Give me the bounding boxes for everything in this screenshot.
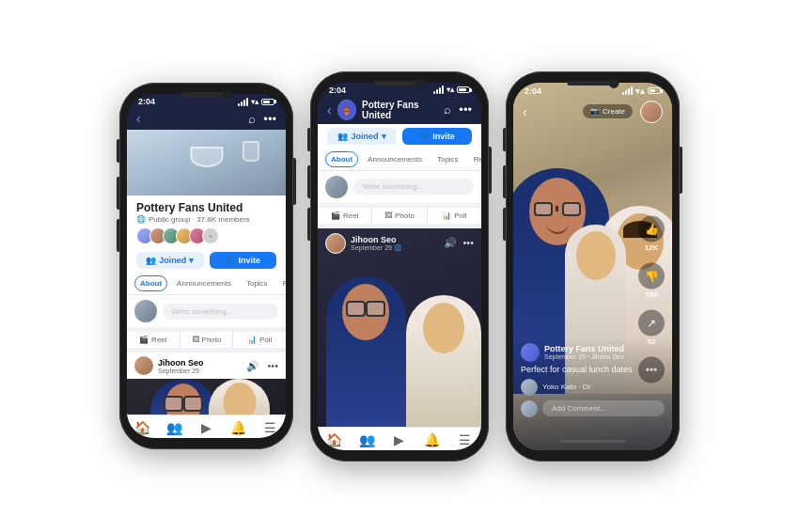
volume-down-button-2	[307, 208, 310, 241]
invite-button-1[interactable]: 👤 Invite	[210, 252, 277, 269]
post-avatar-2	[325, 233, 346, 254]
poll-button-2[interactable]: 📊 Poll	[428, 208, 481, 224]
search-icon-1[interactable]: ⌕	[248, 112, 256, 126]
search-icon-2[interactable]: ⌕	[444, 102, 451, 117]
nav-groups-1[interactable]: 👥	[159, 420, 191, 435]
reels-face-3	[576, 231, 616, 280]
poll-icon: 📊	[247, 336, 257, 344]
more-icon-1[interactable]: •••	[263, 112, 276, 126]
like-count: 12K	[645, 243, 659, 252]
more-members-avatar: +	[202, 227, 219, 244]
chevron-icon-2: ▾	[382, 132, 386, 141]
photo-icon-2: 🖼	[384, 211, 392, 220]
status-icons-3: ▾▴	[622, 86, 661, 96]
reel-button-1[interactable]: 🎬 Reel	[127, 332, 180, 348]
joined-button-2[interactable]: 👥 Joined ▾	[327, 128, 397, 145]
power-button	[293, 158, 296, 205]
reel-icon-2: 🎬	[331, 211, 340, 220]
reels-glasses	[534, 202, 581, 217]
bottom-nav-2: 🏠 👥 ▶ 🔔 ☰	[318, 427, 481, 450]
nav-home-2[interactable]: 🏠	[318, 432, 351, 447]
tab-announcements-1[interactable]: Announcements	[171, 275, 237, 291]
power-button-2	[489, 147, 492, 194]
phone-2: 2:04 ▾▴ ‹	[310, 71, 489, 462]
dislike-icon: 👎	[638, 263, 665, 289]
photo-icon: 🖼	[192, 336, 199, 344]
photo-button-1[interactable]: 🖼 Photo	[180, 332, 234, 348]
nav-bell-1[interactable]: 🔔	[222, 420, 254, 435]
power-button-3	[680, 147, 682, 194]
joined-button-1[interactable]: 👥 Joined ▾	[136, 252, 204, 269]
share-icon: ↗	[638, 310, 665, 336]
time-1: 2:04	[138, 97, 155, 106]
glasses-1	[346, 301, 385, 314]
globe-icon-1: 🌐	[136, 215, 146, 224]
volume-down-button-3	[503, 208, 506, 241]
poll-button-1[interactable]: 📊 Poll	[233, 332, 286, 348]
volume-up-button-3	[503, 165, 506, 198]
people-icon-2: 👥	[337, 132, 348, 141]
nav-menu-2[interactable]: ☰	[448, 432, 481, 447]
feed-preview-1: Jihoon Seo September 29 🔊 •••	[127, 352, 286, 415]
comment-text: Yoko Kato · Or	[542, 383, 591, 391]
pottery-cup-decoration	[243, 141, 259, 162]
nav-watch-2[interactable]: ▶	[384, 432, 416, 447]
volume-down-button	[117, 219, 119, 252]
back-button-1[interactable]: ‹	[136, 111, 141, 126]
write-something-input-2[interactable]: Write something...	[353, 179, 474, 195]
back-button-2[interactable]: ‹	[327, 102, 332, 117]
post-info-2: Jihoon Seo September 29 🌐	[325, 233, 402, 254]
tab-topics-1[interactable]: Topics	[241, 275, 274, 291]
write-something-input-1[interactable]: Write something...	[163, 304, 278, 320]
reels-post-date: September 29 · Jihoon Seo	[544, 353, 624, 360]
bottom-nav-1: 🏠 👥 ▶ 🔔 ☰	[127, 415, 286, 438]
person-plus-icon-2: 👤	[419, 132, 430, 141]
status-icons-1: ▾▴	[238, 98, 274, 106]
nav-tabs-1: About Announcements Topics Reels	[127, 273, 286, 295]
more-icon-2[interactable]: •••	[459, 102, 472, 117]
sound-icon-1[interactable]: 🔊	[246, 360, 259, 372]
tab-about-2[interactable]: About	[325, 151, 358, 167]
status-bar-1: 2:04 ▾▴	[127, 94, 286, 107]
group-logo-svg: 🏺	[337, 100, 356, 120]
globe-icon-small: 🌐	[394, 244, 402, 252]
dislike-action[interactable]: 👎 780	[638, 263, 665, 299]
signal-icon-2	[433, 86, 444, 94]
reel-button-2[interactable]: 🎬 Reel	[318, 208, 372, 224]
pottery-bowl-decoration	[190, 147, 223, 167]
tab-about-1[interactable]: About	[134, 275, 167, 291]
reels-bottom: Pottery Fans United September 29 · Jihoo…	[513, 337, 672, 450]
like-icon: 👍	[638, 216, 665, 243]
nav-menu-1[interactable]: ☰	[254, 420, 286, 435]
create-button[interactable]: 📷 Create	[583, 104, 633, 118]
group-logo-2: 🏺	[337, 100, 356, 120]
svg-text:🏺: 🏺	[341, 104, 352, 116]
status-bar-3: 2:04 ▾▴	[513, 83, 672, 98]
camera-icon: 📷	[590, 107, 600, 116]
nav-groups-2[interactable]: 👥	[351, 432, 384, 447]
tab-reels-2[interactable]: Reels	[468, 151, 481, 167]
back-button-3[interactable]: ‹	[523, 104, 527, 119]
photo-button-2[interactable]: 🖼 Photo	[372, 208, 427, 224]
more-icon-video-2[interactable]: •••	[462, 237, 474, 249]
member-avatars-1: +	[136, 227, 276, 244]
tab-reels-1[interactable]: Reels	[277, 275, 286, 291]
reels-top-controls: ‹ 📷 Create	[513, 98, 672, 126]
comment-avatar	[521, 379, 538, 396]
header-icons-2: ⌕ •••	[444, 102, 472, 117]
tab-announcements-2[interactable]: Announcements	[362, 151, 428, 167]
sound-icon-2[interactable]: 🔊	[444, 237, 457, 249]
add-comment-input[interactable]: Add Comment...	[542, 400, 665, 416]
like-action[interactable]: 👍 12K	[638, 216, 665, 252]
face-2	[423, 303, 464, 353]
invite-button-2[interactable]: 👤 Invite	[402, 128, 472, 145]
status-bar-2: 2:04 ▾▴	[318, 83, 481, 96]
action-buttons-2: 👥 Joined ▾ 👤 Invite	[318, 124, 481, 149]
nav-bell-2[interactable]: 🔔	[415, 432, 448, 447]
nav-watch-1[interactable]: ▶	[191, 420, 223, 435]
post-actions-1: 🎬 Reel 🖼 Photo 📊 Poll	[127, 332, 286, 352]
more-post-icon-1[interactable]: •••	[267, 360, 278, 372]
nav-home-1[interactable]: 🏠	[127, 420, 159, 435]
tab-topics-2[interactable]: Topics	[431, 151, 464, 167]
wifi-icon-3: ▾▴	[635, 86, 645, 96]
